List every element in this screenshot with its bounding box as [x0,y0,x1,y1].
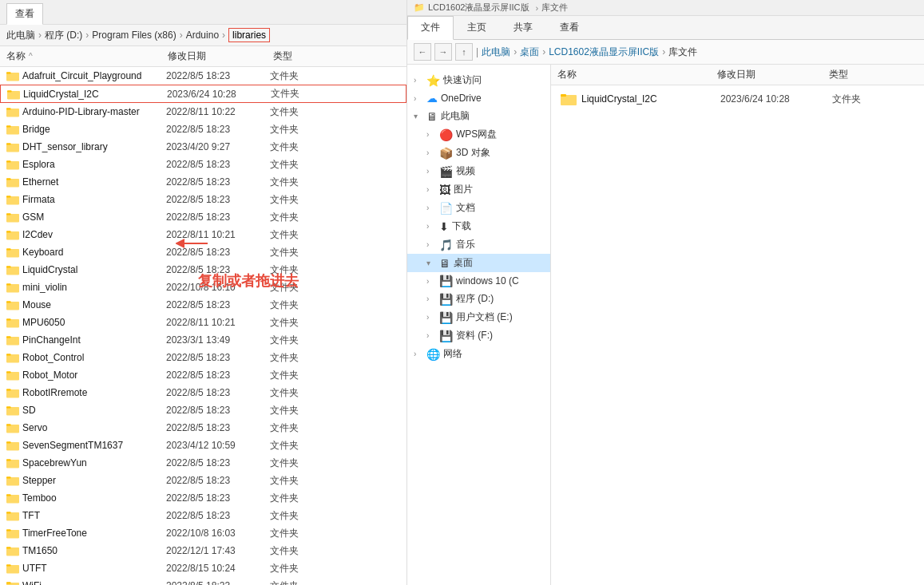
left-file-row[interactable]: SD 2022/8/5 18:23 文件夹 [0,401,406,419]
left-file-type-20: 文件夹 [270,421,400,435]
left-file-type-25: 文件夹 [270,509,400,523]
right-bc-this-pc[interactable]: 此电脑 [482,45,510,59]
folder-icon [6,475,19,486]
right-nav-item-6[interactable]: › 🖼 图片 [407,180,550,199]
left-file-row[interactable]: Temboo 2022/8/5 18:23 文件夹 [0,489,406,507]
col-date-header[interactable]: 修改日期 [168,49,272,63]
left-file-row[interactable]: mini_violin 2022/10/8 16:10 文件夹 [0,279,406,296]
right-tab-home[interactable]: 主页 [454,16,500,39]
right-nav-item-7[interactable]: › 📄 文档 [407,199,550,217]
folder-icon [6,176,19,188]
bc-drive[interactable]: 程序 (D:) [45,29,82,42]
right-nav-item-1[interactable]: › ☁ OneDrive [407,89,550,107]
right-tab-share[interactable]: 共享 [500,16,546,39]
right-nav-item-8[interactable]: › ⬇ 下载 [407,217,550,235]
right-nav-item-15[interactable]: › 🌐 网络 [407,345,550,363]
left-file-row[interactable]: RobotIRremote 2022/8/5 18:23 文件夹 [0,384,406,401]
col-type-header[interactable]: 类型 [273,49,400,63]
left-file-row[interactable]: Robot_Control 2022/8/5 18:23 文件夹 [0,349,406,366]
nav-forward-button[interactable]: → [434,43,452,61]
right-file-row[interactable]: LiquidCrystal_I2C 2023/6/24 10:28 文件夹 [551,89,924,109]
left-file-row[interactable]: Adafruit_Circuit_Playground 2022/8/5 18:… [0,67,406,85]
right-title-icons: 📁 [414,2,425,13]
left-file-row[interactable]: TimerFreeTone 2022/10/8 16:03 文件夹 [0,524,406,542]
nav-folder-icon-12: 💾 [439,293,453,306]
bc-program-files[interactable]: Program Files (x86) [92,30,176,41]
left-file-row[interactable]: UTFT 2022/8/15 10:24 文件夹 [0,559,406,577]
right-tab-view[interactable]: 查看 [546,16,593,39]
right-nav-item-10[interactable]: ▾ 🖥 桌面 [407,254,550,272]
right-tab-file[interactable]: 文件 [407,16,454,40]
svg-rect-74 [6,494,11,496]
svg-rect-32 [6,248,11,250]
svg-rect-41 [6,301,11,302]
left-file-type-8: 文件夹 [270,211,400,224]
left-file-row[interactable]: SevenSegmentTM1637 2023/4/12 10:59 文件夹 [0,437,406,454]
right-nav-item-5[interactable]: › 🎬 视频 [407,162,550,180]
right-nav-item-9[interactable]: › 🎵 音乐 [407,235,550,254]
right-nav-item-2[interactable]: ▾ 🖥 此电脑 [407,107,550,125]
bc-this-pc[interactable]: 此电脑 [6,29,35,42]
left-file-row[interactable]: GSM 2022/8/5 18:23 文件夹 [0,208,406,226]
left-file-row[interactable]: Ethernet 2022/8/5 18:23 文件夹 [0,173,406,191]
nav-up-button[interactable]: ↑ [455,43,473,61]
left-file-row[interactable]: TM1650 2022/12/1 17:43 文件夹 [0,542,406,559]
col-name-header[interactable]: 名称 ^ [6,49,166,63]
left-file-date-27: 2022/12/1 17:43 [166,545,270,556]
right-col-date[interactable]: 修改日期 [717,68,829,81]
nav-folder-icon-1: ☁ [426,92,438,105]
left-file-row[interactable]: Bridge 2022/8/5 18:23 文件夹 [0,121,406,138]
right-col-name[interactable]: 名称 [557,68,717,81]
svg-rect-5 [7,90,12,92]
left-file-date-23: 2022/8/5 18:23 [166,475,270,486]
right-nav-item-13[interactable]: › 💾 用户文档 (E:) [407,308,550,326]
left-file-row[interactable]: TFT 2022/8/5 18:23 文件夹 [0,507,406,524]
right-nav-item-0[interactable]: › ⭐ 快速访问 [407,71,550,89]
left-file-row[interactable]: DHT_sensor_library 2023/4/20 9:27 文件夹 [0,138,406,156]
right-nav-item-12[interactable]: › 💾 程序 (D:) [407,290,550,308]
left-file-type-16: 文件夹 [270,351,400,365]
left-file-type-23: 文件夹 [270,474,400,488]
expand-icon-7: › [426,204,436,212]
left-file-date-11: 2022/8/5 18:23 [166,264,270,275]
left-file-row[interactable]: SpacebrewYun 2022/8/5 18:23 文件夹 [0,454,406,472]
left-file-row[interactable]: MPU6050 2022/8/11 10:21 文件夹 [0,314,406,331]
right-bc-lcd[interactable]: LCD1602液晶显示屏IIC版 [549,45,659,59]
left-file-row[interactable]: I2Cdev 2022/8/11 10:21 文件夹 [0,226,406,243]
right-ribbon-tabs: 文件 主页 共享 查看 [407,16,924,40]
left-file-name-25: TFT [6,510,166,521]
left-file-type-17: 文件夹 [270,369,400,382]
left-file-row[interactable]: WiFi 2022/8/5 18:23 文件夹 [0,577,406,585]
svg-rect-77 [6,512,11,513]
expand-icon-9: › [426,240,436,249]
right-nav-item-3[interactable]: › 🔴 WPS网盘 [407,125,550,144]
nav-label-15: 网络 [443,347,462,361]
folder-icon [6,457,19,468]
right-col-type[interactable]: 类型 [829,68,918,81]
nav-label-10: 桌面 [454,256,473,270]
folder-icon [6,545,19,556]
right-bc-desktop[interactable]: 桌面 [520,45,539,59]
right-nav-item-11[interactable]: › 💾 windows 10 (C [407,272,550,290]
nav-back-button[interactable]: ← [414,43,431,61]
left-file-row[interactable]: LiquidCrystal_I2C 2023/6/24 10:28 文件夹 [0,85,406,103]
left-file-row[interactable]: Robot_Motor 2022/8/5 18:23 文件夹 [0,366,406,384]
left-file-row[interactable]: Stepper 2022/8/5 18:23 文件夹 [0,472,406,489]
left-file-row[interactable]: PinChangeInt 2023/3/1 13:49 文件夹 [0,331,406,349]
left-file-row[interactable]: Servo 2022/8/5 18:23 文件夹 [0,419,406,437]
right-nav-item-14[interactable]: › 💾 资料 (F:) [407,326,550,345]
left-file-type-3: 文件夹 [270,123,400,136]
left-file-date-17: 2022/8/5 18:23 [166,370,270,381]
left-file-row[interactable]: Arduino-PID-Library-master 2022/8/11 10:… [0,103,406,121]
left-file-row[interactable]: Keyboard 2022/8/5 18:23 文件夹 [0,243,406,261]
right-nav-item-4[interactable]: › 📦 3D 对象 [407,144,550,162]
left-file-row[interactable]: LiquidCrystal 2022/8/5 18:23 文件夹 [0,261,406,279]
left-file-row[interactable]: Mouse 2022/8/5 18:23 文件夹 [0,296,406,314]
left-file-name-16: Robot_Control [6,352,166,363]
left-file-date-14: 2022/8/11 10:21 [166,317,270,328]
left-file-row[interactable]: Esplora 2022/8/5 18:23 文件夹 [0,156,406,173]
bc-arduino[interactable]: Arduino [186,30,219,41]
left-file-row[interactable]: Firmata 2022/8/5 18:23 文件夹 [0,191,406,208]
bc-libraries[interactable]: libraries [228,28,270,42]
left-ribbon-tab-view[interactable]: 查看 [6,3,43,25]
